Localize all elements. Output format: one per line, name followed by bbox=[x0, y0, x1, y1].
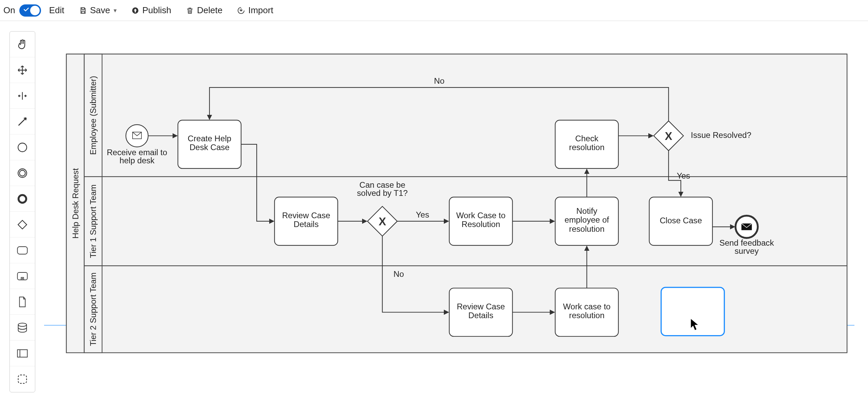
thin-circle-shape[interactable] bbox=[10, 135, 35, 160]
document-shape[interactable] bbox=[10, 289, 35, 315]
task-new-selected[interactable] bbox=[661, 287, 724, 336]
svg-text:X: X bbox=[379, 215, 386, 228]
delete-button[interactable]: Delete bbox=[186, 5, 222, 16]
top-toolbar: On Edit Save ▾ Publish Delete Import bbox=[0, 0, 868, 21]
move-tool[interactable] bbox=[10, 57, 35, 83]
task-create-help-desk-case[interactable]: Create HelpDesk Case Create Help Desk Ca… bbox=[178, 120, 241, 169]
svg-text:X: X bbox=[665, 130, 672, 142]
svg-rect-11 bbox=[18, 375, 27, 384]
bpmn-diagram[interactable]: Help Desk Request Employee (Submitter) T… bbox=[44, 24, 854, 396]
publish-button[interactable]: Publish bbox=[132, 5, 171, 16]
split-tool[interactable] bbox=[10, 83, 35, 109]
svg-rect-55 bbox=[661, 287, 724, 336]
lane-label: Employee (Submitter) bbox=[88, 76, 98, 155]
svg-rect-9 bbox=[17, 350, 27, 357]
svg-text:Work Case toResolution: Work Case toResolution bbox=[456, 211, 506, 229]
branch-label-no: No bbox=[394, 269, 404, 279]
card-shape[interactable] bbox=[10, 341, 35, 366]
svg-rect-5 bbox=[17, 247, 27, 254]
svg-point-1 bbox=[18, 143, 27, 152]
trash-icon bbox=[186, 7, 194, 14]
task-review-case-details-t1[interactable]: Review CaseDetails Review Case Details bbox=[275, 197, 338, 246]
save-icon bbox=[79, 7, 87, 14]
svg-text:Issue Resolved?: Issue Resolved? bbox=[691, 130, 751, 140]
check-icon bbox=[23, 6, 29, 15]
branch-label-yes: Yes bbox=[416, 210, 429, 219]
svg-point-4 bbox=[19, 195, 26, 203]
thick-circle-shape[interactable] bbox=[10, 186, 35, 212]
svg-text:Work case toresolution: Work case toresolution bbox=[563, 302, 611, 320]
toggle-label: On bbox=[3, 5, 15, 16]
marquee-select[interactable] bbox=[10, 366, 35, 392]
task-check-resolution[interactable]: Checkresolution Check resolution bbox=[555, 120, 618, 169]
lane-label: Tier 2 Support Team bbox=[88, 272, 98, 346]
svg-point-3 bbox=[20, 170, 25, 176]
double-circle-shape[interactable] bbox=[10, 160, 35, 186]
datastore-shape[interactable] bbox=[10, 315, 35, 341]
on-off-toggle[interactable] bbox=[19, 4, 41, 17]
pool-label: Help Desk Request bbox=[71, 168, 80, 239]
shape-palette bbox=[9, 31, 35, 392]
svg-text:Create HelpDesk Case: Create HelpDesk Case bbox=[188, 134, 232, 152]
svg-point-8 bbox=[18, 323, 27, 326]
import-button[interactable]: Import bbox=[237, 5, 273, 16]
branch-label-no: No bbox=[434, 76, 445, 85]
svg-text:Close Case: Close Case bbox=[660, 216, 702, 225]
task-work-case-t1[interactable]: Work Case toResolution Work Case to Reso… bbox=[449, 197, 512, 246]
hand-tool[interactable] bbox=[10, 32, 35, 57]
connector-tool[interactable] bbox=[10, 109, 35, 135]
edit-button[interactable]: Edit bbox=[49, 5, 64, 16]
subprocess-shape[interactable] bbox=[10, 263, 35, 289]
toggle-knob bbox=[30, 6, 40, 15]
task-close-case[interactable]: Close Case bbox=[649, 197, 712, 246]
rounded-rect-shape[interactable] bbox=[10, 238, 35, 263]
diagram-canvas[interactable]: Help Desk Request Employee (Submitter) T… bbox=[44, 24, 854, 396]
diamond-shape[interactable] bbox=[10, 212, 35, 238]
import-icon bbox=[237, 7, 245, 14]
save-button[interactable]: Save ▾ bbox=[79, 5, 117, 16]
task-notify-employee[interactable]: Notifyemployee ofresolution Notify emplo… bbox=[555, 197, 618, 246]
branch-label-yes: Yes bbox=[677, 171, 690, 180]
chevron-down-icon: ▾ bbox=[114, 7, 117, 14]
svg-text:Can case besolved by T1?: Can case besolved by T1? bbox=[357, 180, 408, 198]
lane-label: Tier 1 Support Team bbox=[88, 184, 98, 258]
task-work-case-t2[interactable]: Work case toresolution Work case to reso… bbox=[555, 288, 618, 336]
task-review-case-details-t2[interactable]: Review CaseDetails Review Case Details bbox=[449, 288, 512, 336]
publish-icon bbox=[132, 7, 139, 14]
